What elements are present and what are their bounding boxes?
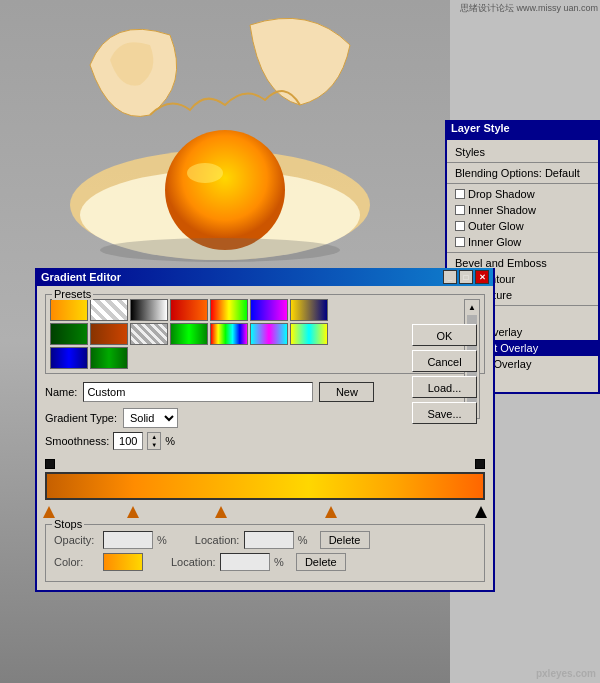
gradient-editor-titlebar: Gradient Editor _ □ ✕ <box>37 268 493 286</box>
svg-point-4 <box>100 238 340 262</box>
color-stop-row <box>45 502 485 518</box>
ls-drop-shadow[interactable]: Drop Shadow <box>447 186 598 202</box>
color-row: Color: Location: % Delete <box>54 553 476 571</box>
stops-group: Stops Opacity: % Location: % Delete Colo… <box>45 524 485 582</box>
smoothness-pct: % <box>165 435 175 447</box>
ok-button[interactable]: OK <box>412 324 477 346</box>
maximize-button[interactable]: □ <box>459 270 473 284</box>
preset-4[interactable] <box>170 299 208 321</box>
color-stop-3[interactable] <box>325 506 337 518</box>
preset-7[interactable] <box>290 299 328 321</box>
color-stop-0[interactable] <box>43 506 55 518</box>
svg-point-2 <box>165 130 285 250</box>
gradient-type-select[interactable]: Solid Noise <box>123 408 178 428</box>
opacity-row: Opacity: % Location: % Delete <box>54 531 476 549</box>
preset-16[interactable] <box>90 347 128 369</box>
opacity-location-input[interactable] <box>244 531 294 549</box>
preset-12[interactable] <box>210 323 248 345</box>
watermark: pxleyes.com <box>536 668 596 679</box>
stops-label: Stops <box>52 518 84 530</box>
color-swatch[interactable] <box>103 553 143 571</box>
layer-style-title: Layer Style <box>451 122 510 134</box>
smooth-up-btn[interactable]: ▲ <box>148 433 160 441</box>
cancel-button[interactable]: Cancel <box>412 350 477 372</box>
gradient-type-label: Gradient Type: <box>45 412 117 424</box>
ls-inner-glow[interactable]: Inner Glow <box>447 234 598 250</box>
titlebar-buttons: _ □ ✕ <box>443 270 489 284</box>
color-location-label: Location: <box>171 556 216 568</box>
gradient-bar-container <box>45 458 485 518</box>
gradient-bar[interactable] <box>45 472 485 500</box>
new-button[interactable]: New <box>319 382 374 402</box>
top-watermark: 思绪设计论坛 www.missy uan.com <box>460 2 598 15</box>
opacity-location-label: Location: <box>195 534 240 546</box>
name-input[interactable] <box>83 382 313 402</box>
presets-grid <box>50 299 350 369</box>
opacity-input[interactable] <box>103 531 153 549</box>
preset-3[interactable] <box>130 299 168 321</box>
smoothness-input[interactable] <box>113 432 143 450</box>
gradient-editor-body: Presets <box>37 286 493 590</box>
smoothness-label: Smoothness: <box>45 435 109 447</box>
ls-divider-2 <box>447 183 598 184</box>
smoothness-row: Smoothness: ▲ ▼ % <box>45 432 485 450</box>
preset-2[interactable] <box>90 299 128 321</box>
preset-14[interactable] <box>290 323 328 345</box>
opacity-stop-row <box>45 458 485 470</box>
ls-blending-options[interactable]: Blending Options: Default <box>447 165 598 181</box>
svg-point-3 <box>187 163 223 183</box>
ge-buttons: OK Cancel Load... Save... <box>412 324 477 424</box>
ls-divider-1 <box>447 162 598 163</box>
save-button[interactable]: Save... <box>412 402 477 424</box>
ls-divider-3 <box>447 252 598 253</box>
name-label: Name: <box>45 386 77 398</box>
smoothness-spinner: ▲ ▼ <box>147 432 161 450</box>
color-stop-1[interactable] <box>127 506 139 518</box>
opacity-location-pct: % <box>298 534 308 546</box>
ls-outer-glow-check[interactable] <box>455 221 465 231</box>
color-label: Color: <box>54 556 99 568</box>
preset-13[interactable] <box>250 323 288 345</box>
opacity-pct: % <box>157 534 167 546</box>
ls-inner-shadow-check[interactable] <box>455 205 465 215</box>
minimize-button[interactable]: _ <box>443 270 457 284</box>
color-location-pct: % <box>274 556 284 568</box>
opacity-label: Opacity: <box>54 534 99 546</box>
opacity-stop-right[interactable] <box>475 459 485 469</box>
gradient-editor-title: Gradient Editor <box>41 271 121 283</box>
scroll-up-arrow[interactable]: ▲ <box>465 300 479 314</box>
opacity-stop-left[interactable] <box>45 459 55 469</box>
color-location-input[interactable] <box>220 553 270 571</box>
ls-drop-shadow-check[interactable] <box>455 189 465 199</box>
color-stop-2[interactable] <box>215 506 227 518</box>
presets-label: Presets <box>52 288 93 300</box>
gradient-editor-window: Gradient Editor _ □ ✕ Presets <box>35 268 495 592</box>
preset-15[interactable] <box>50 347 88 369</box>
preset-8[interactable] <box>50 323 88 345</box>
egg-illustration <box>30 5 410 265</box>
color-delete-button[interactable]: Delete <box>296 553 346 571</box>
preset-11[interactable] <box>170 323 208 345</box>
ls-outer-glow[interactable]: Outer Glow <box>447 218 598 234</box>
preset-1[interactable] <box>50 299 88 321</box>
ls-styles[interactable]: Styles <box>447 144 598 160</box>
smooth-down-btn[interactable]: ▼ <box>148 441 160 449</box>
preset-5[interactable] <box>210 299 248 321</box>
color-stop-4[interactable] <box>475 506 487 518</box>
ls-inner-shadow[interactable]: Inner Shadow <box>447 202 598 218</box>
preset-10[interactable] <box>130 323 168 345</box>
close-button[interactable]: ✕ <box>475 270 489 284</box>
opacity-delete-button[interactable]: Delete <box>320 531 370 549</box>
preset-9[interactable] <box>90 323 128 345</box>
ls-inner-glow-check[interactable] <box>455 237 465 247</box>
load-button[interactable]: Load... <box>412 376 477 398</box>
preset-6[interactable] <box>250 299 288 321</box>
